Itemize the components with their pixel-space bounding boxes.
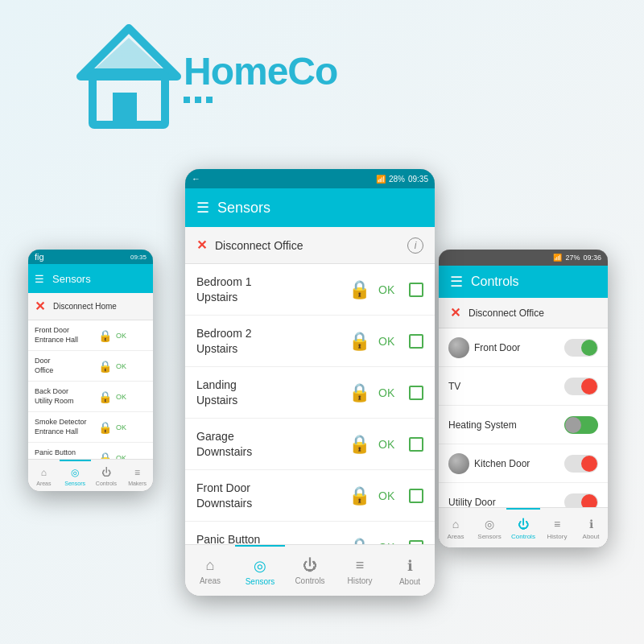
nav-item-sensors[interactable]: ◎ Sensors xyxy=(60,460,91,491)
toggle-switch[interactable] xyxy=(564,455,598,473)
list-item[interactable]: Panic ButtonMaster Bedroom 🔒 OK xyxy=(28,443,153,459)
lock-icon: 🔒 xyxy=(349,382,370,403)
left-status-time: 09:35 xyxy=(130,254,147,261)
phone-center: ← 📶 28% 09:35 ☰ Sensors ✕ Disconnect Off… xyxy=(185,169,435,596)
ok-status: OK xyxy=(116,362,138,370)
sensor-name: LandingUpstairs xyxy=(196,378,349,407)
left-bottom-nav: ⌂ Areas ◎ Sensors ⏻ Controls ≡ Makers xyxy=(28,459,153,491)
ok-status: OK xyxy=(116,393,138,401)
control-name: Heating System xyxy=(448,419,564,431)
nav-item-areas[interactable]: ⌂ Areas xyxy=(185,545,235,596)
sensor-checkbox[interactable] xyxy=(409,283,423,297)
list-item[interactable]: Back DoorUtility Room 🔒 OK xyxy=(28,382,153,412)
right-bottom-nav: ⌂ Areas ◎ Sensors ⏻ Controls ≡ History ℹ… xyxy=(439,507,608,547)
nav-item-history[interactable]: ≡ History xyxy=(335,545,385,596)
center-status-bar: ← 📶 28% 09:35 xyxy=(185,169,435,188)
sensor-name: Front DoorDownstairs xyxy=(196,481,349,510)
toggle-switch[interactable] xyxy=(564,493,598,508)
control-name: TV xyxy=(448,381,564,392)
right-nav-sensors[interactable]: ◎ Sensors xyxy=(473,508,506,547)
nav-label-controls: Controls xyxy=(295,576,324,585)
list-item[interactable]: GarageDownstairs 🔒 OK xyxy=(185,419,435,470)
right-nav-about[interactable]: ℹ About xyxy=(574,508,608,547)
center-sensor-list: Bedroom 1Upstairs 🔒 OK Bedroom 2Upstairs… xyxy=(185,264,435,544)
sensor-checkbox[interactable] xyxy=(409,386,423,400)
center-menu-icon[interactable]: ☰ xyxy=(196,200,209,215)
list-item[interactable]: LandingUpstairs 🔒 OK xyxy=(185,367,435,419)
toggle-knob xyxy=(581,378,597,394)
right-nav-history[interactable]: ≡ History xyxy=(540,508,574,547)
center-back-icon[interactable]: ← xyxy=(192,174,200,184)
control-name: Front Door xyxy=(474,342,564,353)
toggle-switch[interactable] xyxy=(564,339,598,357)
list-item[interactable]: DoorOffice 🔒 OK xyxy=(28,351,153,382)
list-item[interactable]: Smoke DetectorEntrance Hall 🔒 OK xyxy=(28,412,153,443)
right-x-icon[interactable]: ✕ xyxy=(450,305,460,320)
list-item[interactable]: Front DoorEntrance Hall 🔒 OK xyxy=(28,320,153,351)
nav-label: Controls xyxy=(511,533,535,540)
right-nav-areas[interactable]: ⌂ Areas xyxy=(439,508,473,547)
right-disconnect-bar[interactable]: ✕ Disconnect Office xyxy=(439,298,608,328)
list-item[interactable]: Panic ButtonUpstairs 🔒 OK xyxy=(185,522,435,544)
ok-status: OK xyxy=(378,438,401,451)
about-icon: ℹ xyxy=(407,557,413,575)
list-item[interactable]: Bedroom 2Upstairs 🔒 OK xyxy=(185,316,435,367)
nav-item-sensors[interactable]: ◎ Sensors xyxy=(235,545,285,596)
list-item[interactable]: Bedroom 1Upstairs 🔒 OK xyxy=(185,264,435,316)
controls-icon: ⏻ xyxy=(303,557,317,574)
nav-item-makers[interactable]: ≡ Makers xyxy=(122,460,153,491)
nav-item-areas[interactable]: ⌂ Areas xyxy=(28,460,60,491)
list-item[interactable]: Front DoorDownstairs 🔒 OK xyxy=(185,470,435,522)
center-time: 09:35 xyxy=(408,175,428,184)
left-menu-icon[interactable]: ☰ xyxy=(35,274,44,284)
sensors-icon: ◎ xyxy=(71,467,79,478)
lock-icon: 🔒 xyxy=(349,279,370,300)
history-icon: ≡ xyxy=(356,557,365,574)
toggle-switch[interactable] xyxy=(564,416,598,434)
right-menu-icon[interactable]: ☰ xyxy=(450,275,463,289)
areas-icon: ⌂ xyxy=(452,518,459,530)
toggle-knob xyxy=(581,494,597,508)
sensor-name: Back DoorUtility Room xyxy=(35,387,98,406)
nav-item-about[interactable]: ℹ About xyxy=(385,545,435,596)
sensor-name: Bedroom 2Upstairs xyxy=(196,326,349,355)
sensor-checkbox[interactable] xyxy=(409,437,423,452)
control-item[interactable]: TV xyxy=(439,367,608,406)
left-status-bar: fig 09:35 xyxy=(28,250,153,264)
lock-icon: 🔒 xyxy=(349,331,370,352)
right-nav-controls[interactable]: ⏻ Controls xyxy=(506,508,540,547)
sensor-name: Bedroom 1Upstairs xyxy=(196,275,349,303)
nav-item-controls[interactable]: ⏻ Controls xyxy=(285,545,335,596)
nav-label-controls: Controls xyxy=(96,481,117,486)
ok-status: OK xyxy=(378,283,401,296)
sensors-icon: ◎ xyxy=(485,518,494,530)
center-bottom-nav: ⌂ Areas ◎ Sensors ⏻ Controls ≡ History ℹ… xyxy=(185,544,435,596)
control-item[interactable]: Front Door xyxy=(439,328,608,367)
lock-icon: 🔒 xyxy=(98,329,112,342)
left-app-header: ☰ Sensors xyxy=(28,264,153,293)
left-x-icon[interactable]: ✕ xyxy=(35,299,45,314)
dial-icon xyxy=(448,337,469,358)
center-disconnect-bar[interactable]: ✕ Disconnect Office i xyxy=(185,227,435,264)
nav-item-controls[interactable]: ⏻ Controls xyxy=(91,460,122,491)
control-item[interactable]: Heating System xyxy=(439,406,608,444)
lock-icon: 🔒 xyxy=(98,390,112,403)
control-item[interactable]: Kitchen Door xyxy=(439,444,608,483)
dial-icon xyxy=(448,453,469,474)
nav-label: Areas xyxy=(448,533,464,540)
areas-icon: ⌂ xyxy=(41,467,47,478)
left-status-app: fig xyxy=(35,252,44,262)
toggle-knob xyxy=(565,417,581,433)
lock-icon: 🔒 xyxy=(98,360,112,373)
sensor-checkbox[interactable] xyxy=(409,334,423,349)
sensor-checkbox[interactable] xyxy=(409,489,423,503)
nav-label: Sensors xyxy=(477,533,501,540)
lock-icon: 🔒 xyxy=(98,452,112,460)
center-info-icon[interactable]: i xyxy=(407,237,423,254)
center-x-icon[interactable]: ✕ xyxy=(196,237,207,253)
left-disconnect-bar[interactable]: ✕ Disconnect Home xyxy=(28,293,153,320)
nav-label-about: About xyxy=(399,577,420,586)
lock-icon: 🔒 xyxy=(98,421,112,434)
control-item[interactable]: Utility Door xyxy=(439,483,608,507)
toggle-switch[interactable] xyxy=(564,378,598,395)
